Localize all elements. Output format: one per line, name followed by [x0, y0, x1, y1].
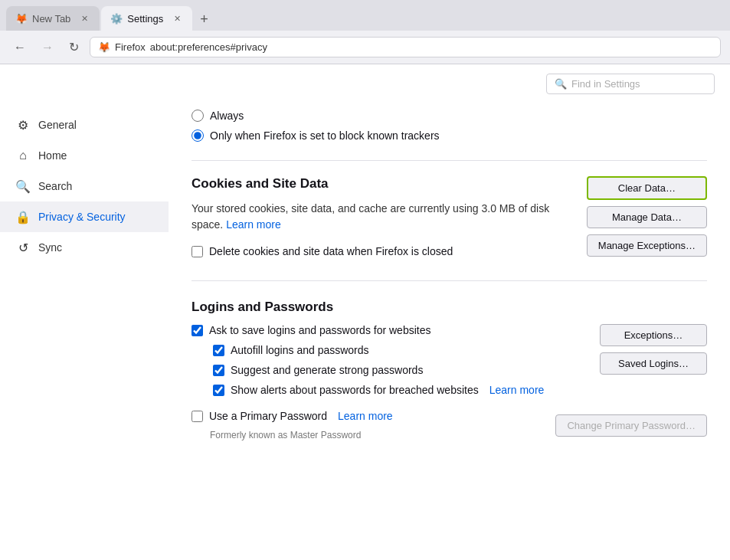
- address-url: about:preferences#privacy: [150, 41, 267, 53]
- search-icon: 🔍: [555, 78, 567, 90]
- only-when-radio[interactable]: [192, 129, 204, 142]
- sync-icon: ↺: [15, 240, 31, 255]
- logins-options-row: Ask to save logins and passwords for web…: [192, 324, 707, 404]
- sidebar-item-privacy[interactable]: 🔒 Privacy & Security: [0, 201, 169, 232]
- saved-logins-button[interactable]: Saved Logins…: [600, 352, 707, 375]
- cookies-section: Cookies and Site Data Your stored cookie…: [192, 176, 707, 265]
- tab-settings[interactable]: ⚙️ Settings ✕: [101, 6, 192, 31]
- delete-cookies-option: Delete cookies and site data when Firefo…: [192, 245, 571, 257]
- only-when-label[interactable]: Only when Firefox is set to block known …: [210, 129, 440, 142]
- cookies-learn-more-link[interactable]: Learn more: [226, 218, 281, 231]
- cookies-buttons: Clear Data… Manage Data… Manage Exceptio…: [587, 176, 707, 257]
- address-prefix: Firefox: [115, 41, 146, 53]
- logins-section-title: Logins and Passwords: [192, 300, 707, 315]
- logins-divider: [192, 280, 707, 281]
- sidebar-item-sync-label: Sync: [38, 241, 62, 254]
- refresh-button[interactable]: ↻: [64, 37, 83, 57]
- new-tab-button[interactable]: +: [194, 8, 214, 31]
- general-icon: ⚙: [15, 117, 31, 133]
- manage-exceptions-button[interactable]: Manage Exceptions…: [587, 234, 707, 257]
- always-label[interactable]: Always: [210, 110, 244, 122]
- settings-tab-close-icon[interactable]: ✕: [171, 12, 183, 25]
- sidebar: ⚙ General ⌂ Home 🔍 Search 🔒 Privacy & Se…: [0, 97, 169, 560]
- ask-save-option: Ask to save logins and passwords for web…: [192, 324, 584, 336]
- find-input[interactable]: [571, 78, 706, 90]
- settings-tab-label: Settings: [127, 13, 163, 25]
- primary-password-label[interactable]: Use a Primary Password: [209, 410, 327, 422]
- clear-data-button[interactable]: Clear Data…: [587, 176, 707, 200]
- autofill-option: Autofill logins and passwords: [213, 344, 584, 356]
- radio-only-when: Only when Firefox is set to block known …: [192, 129, 707, 142]
- alerts-checkbox[interactable]: [213, 385, 224, 396]
- sidebar-item-privacy-label: Privacy & Security: [38, 211, 126, 223]
- forward-button[interactable]: →: [37, 38, 58, 57]
- change-primary-password-button[interactable]: Change Primary Password…: [555, 414, 707, 437]
- primary-password-learn-more-link[interactable]: Learn more: [338, 410, 393, 422]
- primary-password-buttons: Change Primary Password…: [555, 414, 707, 437]
- home-icon: ⌂: [15, 148, 31, 163]
- new-tab-close-icon[interactable]: ✕: [78, 12, 90, 25]
- tab-new-tab[interactable]: 🦊 New Tab ✕: [6, 6, 100, 31]
- exceptions-button[interactable]: Exceptions…: [600, 324, 707, 346]
- autofill-label[interactable]: Autofill logins and passwords: [231, 344, 369, 356]
- address-bar[interactable]: 🦊 Firefox about:preferences#privacy: [90, 37, 721, 57]
- formerly-text: Formerly known as Master Password: [210, 430, 540, 440]
- suggest-checkbox[interactable]: [213, 365, 224, 376]
- firefox-logo: 🦊: [98, 41, 110, 53]
- autofill-checkbox[interactable]: [213, 345, 224, 356]
- delete-cookies-label[interactable]: Delete cookies and site data when Firefo…: [209, 245, 453, 257]
- search-nav-icon: 🔍: [15, 178, 31, 194]
- cookies-description: Your stored cookies, site data, and cach…: [192, 201, 571, 233]
- logins-section: Logins and Passwords Ask to save logins …: [192, 300, 707, 440]
- always-radio[interactable]: [192, 110, 204, 122]
- radio-always: Always: [192, 110, 707, 122]
- sidebar-item-general-label: General: [38, 119, 77, 131]
- alerts-option: Show alerts about passwords for breached…: [213, 384, 584, 396]
- ask-save-checkbox[interactable]: [192, 325, 203, 336]
- ask-save-label[interactable]: Ask to save logins and passwords for web…: [209, 324, 430, 336]
- sidebar-item-home-label: Home: [38, 149, 67, 162]
- suggest-option: Suggest and generate strong passwords: [213, 364, 584, 376]
- logins-header-row: Logins and Passwords: [192, 300, 707, 324]
- sidebar-item-general[interactable]: ⚙ General: [0, 110, 169, 140]
- find-in-settings-field[interactable]: 🔍: [546, 74, 715, 94]
- section-divider: [192, 160, 707, 161]
- alerts-label[interactable]: Show alerts about passwords for breached…: [231, 384, 479, 396]
- suggest-label[interactable]: Suggest and generate strong passwords: [231, 364, 423, 376]
- new-tab-label: New Tab: [32, 13, 70, 25]
- main-content: Always Only when Firefox is set to block…: [169, 97, 730, 560]
- delete-cookies-checkbox[interactable]: [192, 246, 203, 257]
- primary-password-option: Use a Primary Password Learn more: [192, 410, 540, 422]
- privacy-icon: 🔒: [15, 209, 31, 224]
- sidebar-item-home[interactable]: ⌂ Home: [0, 140, 169, 171]
- cookies-section-title: Cookies and Site Data: [192, 176, 571, 192]
- sidebar-item-search[interactable]: 🔍 Search: [0, 171, 169, 201]
- sidebar-item-search-label: Search: [38, 180, 72, 192]
- alerts-learn-more-link[interactable]: Learn more: [489, 384, 545, 396]
- manage-data-button[interactable]: Manage Data…: [587, 206, 707, 228]
- settings-tab-icon: ⚙️: [110, 13, 123, 25]
- primary-password-row: Use a Primary Password Learn more Former…: [192, 410, 707, 440]
- back-button[interactable]: ←: [9, 38, 31, 57]
- sidebar-item-sync[interactable]: ↺ Sync: [0, 232, 169, 263]
- primary-password-checkbox[interactable]: [192, 411, 203, 422]
- logins-buttons: Exceptions… Saved Logins…: [600, 324, 707, 375]
- new-tab-favicon: 🦊: [15, 13, 28, 25]
